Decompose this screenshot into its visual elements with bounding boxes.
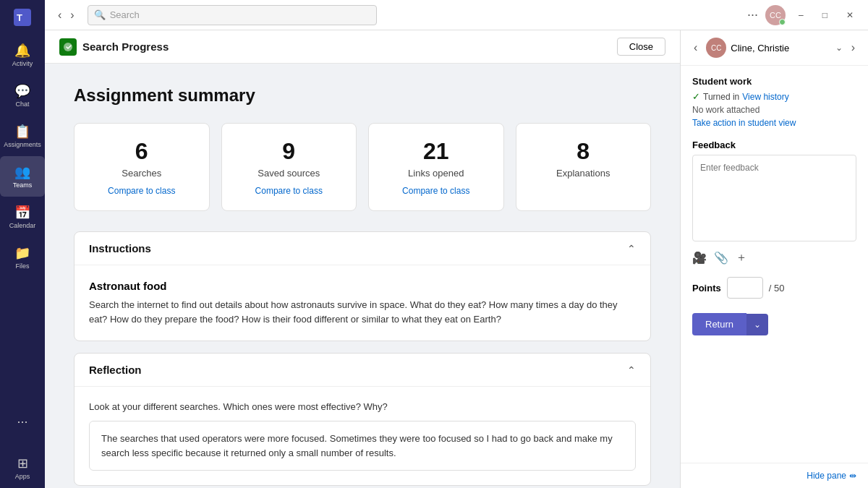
assignments-icon: 📋 bbox=[14, 124, 30, 140]
header-icon bbox=[59, 38, 77, 56]
stat-card-searches: 6 Searches Compare to class bbox=[74, 123, 210, 211]
sidebar: T 🔔 Activity 💬 Chat 📋 Assignments 👥 Team… bbox=[0, 0, 45, 488]
stat-cards: 6 Searches Compare to class 9 Saved sour… bbox=[74, 123, 651, 211]
sidebar-item-calendar[interactable]: 📅 Calendar bbox=[0, 197, 45, 237]
hide-pane-icon: ⇹ bbox=[849, 471, 856, 481]
explanations-label: Explanations bbox=[556, 168, 610, 179]
sidebar-item-activity[interactable]: 🔔 Activity bbox=[0, 35, 45, 75]
stat-card-explanations: 8 Explanations bbox=[516, 123, 652, 211]
svg-point-2 bbox=[64, 43, 72, 51]
student-name: Cline, Christie bbox=[731, 43, 830, 53]
more-options-button[interactable]: ··· bbox=[747, 7, 758, 22]
check-icon: ✓ bbox=[692, 91, 700, 102]
instructions-section: Instructions ⌃ Astronaut food Search the… bbox=[74, 231, 651, 341]
avatar-status bbox=[779, 19, 786, 25]
minimize-button[interactable]: – bbox=[793, 10, 809, 20]
student-work-label: Student work bbox=[692, 76, 856, 87]
links-opened-compare[interactable]: Compare to class bbox=[402, 186, 469, 196]
points-input[interactable] bbox=[727, 277, 763, 299]
reflection-header[interactable]: Reflection ⌃ bbox=[75, 354, 650, 387]
instructions-text: Search the internet to find out details … bbox=[89, 298, 636, 326]
sidebar-item-assignments[interactable]: 📋 Assignments bbox=[0, 116, 45, 156]
sidebar-item-chat[interactable]: 💬 Chat bbox=[0, 75, 45, 116]
reflection-question: Look at your different searches. Which o… bbox=[89, 401, 636, 412]
take-action-link[interactable]: Take action in student view bbox=[692, 118, 856, 128]
instructions-body: Astronaut food Search the internet to fi… bbox=[75, 265, 650, 341]
video-tool-button[interactable]: 🎥 bbox=[692, 250, 707, 265]
maximize-button[interactable]: □ bbox=[817, 10, 833, 20]
turned-in-row: ✓ Turned in View history bbox=[692, 91, 856, 102]
attach-tool-button[interactable]: 📎 bbox=[714, 250, 728, 265]
next-student-button[interactable]: › bbox=[847, 40, 859, 56]
searches-compare[interactable]: Compare to class bbox=[108, 186, 175, 196]
links-opened-number: 21 bbox=[423, 138, 449, 165]
return-row: Return ⌄ bbox=[692, 313, 856, 335]
reflection-body: Look at your different searches. Which o… bbox=[75, 387, 650, 485]
return-dropdown-button[interactable]: ⌄ bbox=[746, 314, 768, 335]
view-history-link[interactable]: View history bbox=[742, 92, 788, 102]
hide-pane-button[interactable]: Hide pane ⇹ bbox=[807, 471, 856, 481]
sidebar-item-more[interactable]: ··· bbox=[0, 401, 45, 442]
chat-icon: 💬 bbox=[14, 83, 30, 99]
teams-logo[interactable]: T bbox=[0, 0, 45, 35]
points-label: Points bbox=[692, 283, 721, 294]
saved-sources-label: Saved sources bbox=[258, 168, 320, 179]
instructions-heading: Astronaut food bbox=[89, 280, 636, 292]
avatar[interactable]: CC bbox=[765, 5, 786, 25]
right-panel-footer: Hide pane ⇹ bbox=[681, 463, 868, 488]
forward-button[interactable]: › bbox=[66, 6, 78, 25]
assignment-title: Assignment summary bbox=[74, 85, 651, 106]
return-button[interactable]: Return bbox=[692, 313, 746, 335]
reflection-section: Reflection ⌃ Look at your different sear… bbox=[74, 353, 651, 486]
titlebar: ‹ › 🔍 Search ··· CC – □ ✕ bbox=[45, 0, 868, 30]
svg-text:T: T bbox=[17, 12, 22, 23]
reflection-answer: The searches that used operators were mo… bbox=[89, 421, 636, 471]
page-title: Search Progress bbox=[82, 40, 169, 53]
student-chevron-icon: ⌄ bbox=[835, 43, 843, 53]
activity-icon: 🔔 bbox=[14, 43, 30, 59]
calendar-icon: 📅 bbox=[14, 205, 30, 221]
student-nav: ‹ CC Cline, Christie ⌄ › bbox=[681, 30, 868, 66]
titlebar-right: ··· CC – □ ✕ bbox=[747, 5, 859, 25]
searches-label: Searches bbox=[122, 168, 161, 179]
sidebar-item-teams[interactable]: 👥 Teams bbox=[0, 156, 45, 197]
instructions-header[interactable]: Instructions ⌃ bbox=[75, 232, 650, 265]
search-box[interactable]: 🔍 Search bbox=[88, 5, 377, 25]
feedback-input[interactable] bbox=[692, 155, 856, 241]
prev-student-button[interactable]: ‹ bbox=[689, 40, 702, 56]
close-button[interactable]: Close bbox=[617, 38, 665, 56]
search-icon: 🔍 bbox=[94, 9, 106, 20]
feedback-label: Feedback bbox=[692, 140, 856, 150]
back-button[interactable]: ‹ bbox=[54, 6, 66, 25]
stat-card-saved-sources: 9 Saved sources Compare to class bbox=[221, 123, 357, 211]
teams-icon: 👥 bbox=[14, 164, 30, 180]
stat-card-links-opened: 21 Links opened Compare to class bbox=[368, 123, 504, 211]
no-work-text: No work attached bbox=[692, 105, 856, 115]
explanations-number: 8 bbox=[576, 138, 590, 165]
points-max: / 50 bbox=[769, 283, 785, 294]
sidebar-item-files[interactable]: 📁 Files bbox=[0, 237, 45, 278]
window-close-button[interactable]: ✕ bbox=[841, 10, 859, 20]
links-opened-label: Links opened bbox=[408, 168, 464, 179]
student-selector[interactable]: CC Cline, Christie ⌄ bbox=[706, 38, 842, 58]
content-header: Search Progress Close bbox=[45, 30, 680, 64]
feedback-tools: 🎥 📎 ＋ bbox=[692, 250, 856, 265]
saved-sources-compare[interactable]: Compare to class bbox=[255, 186, 323, 196]
main-area: Search Progress Close Assignment summary… bbox=[45, 30, 868, 488]
apps-icon: ⊞ bbox=[14, 455, 30, 471]
sidebar-item-apps[interactable]: ⊞ Apps bbox=[0, 448, 45, 488]
content-area: Search Progress Close Assignment summary… bbox=[45, 30, 680, 488]
reflection-title: Reflection bbox=[89, 364, 627, 376]
more-icon: ··· bbox=[14, 414, 30, 429]
points-row: Points / 50 bbox=[692, 277, 856, 299]
add-tool-button[interactable]: ＋ bbox=[736, 250, 747, 265]
right-panel: ‹ CC Cline, Christie ⌄ › Student work ✓ … bbox=[680, 30, 868, 488]
searches-number: 6 bbox=[135, 138, 148, 165]
instructions-chevron-icon: ⌃ bbox=[627, 243, 636, 254]
right-panel-body: Student work ✓ Turned in View history No… bbox=[681, 66, 868, 463]
instructions-title: Instructions bbox=[89, 242, 627, 254]
student-avatar: CC bbox=[706, 38, 726, 58]
files-icon: 📁 bbox=[14, 245, 30, 261]
reflection-chevron-icon: ⌃ bbox=[627, 364, 636, 376]
saved-sources-number: 9 bbox=[282, 138, 295, 165]
